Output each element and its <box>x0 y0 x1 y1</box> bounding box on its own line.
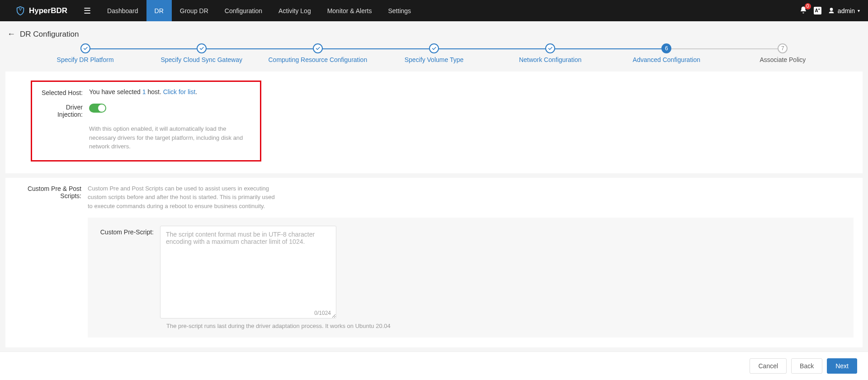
scripts-section-help: Custom Pre and Post Scripts can be used … <box>88 184 278 211</box>
step-circle <box>429 43 439 53</box>
scripts-header-row: Custom Pre & Post Scripts: Custom Pre an… <box>14 184 854 211</box>
selected-host-value: You have selected 1 host. Click for list… <box>89 88 253 95</box>
notifications-button[interactable]: 0 <box>799 6 807 15</box>
wizard-stepper: Specify DR PlatformSpecify Cloud Sync Ga… <box>0 43 868 71</box>
pre-script-help: The pre-script runs last during the driv… <box>166 323 844 329</box>
driver-injection-row: Driver Injection: With this option enabl… <box>39 104 253 151</box>
step-label: Specify Volume Type <box>376 56 492 63</box>
driver-injection-help: With this option enabled, it will automa… <box>89 124 253 151</box>
notification-badge: 0 <box>805 3 811 10</box>
selected-host-row: Selected Host: You have selected 1 host.… <box>39 88 253 96</box>
shield-icon <box>15 6 25 16</box>
language-toggle[interactable]: A+ <box>814 7 821 14</box>
nav-item-configuration[interactable]: Configuration <box>217 0 270 21</box>
chevron-down-icon: ▾ <box>858 8 860 13</box>
selected-host-label: Selected Host: <box>39 88 89 96</box>
step-4[interactable]: Specify Volume Type <box>376 43 492 63</box>
step-circle <box>313 43 323 53</box>
driver-injection-label: Driver Injection: <box>39 104 89 118</box>
nav-item-group-dr[interactable]: Group DR <box>172 0 217 21</box>
menu-toggle-icon[interactable]: ☰ <box>75 6 99 16</box>
driver-injection-toggle[interactable] <box>89 104 106 113</box>
step-2[interactable]: Specify Cloud Sync Gateway <box>143 43 259 63</box>
scripts-card: Custom Pre & Post Scripts: Custom Pre an… <box>5 178 863 348</box>
content-area: Selected Host: You have selected 1 host.… <box>0 71 868 380</box>
step-circle: 7 <box>778 43 788 53</box>
pre-script-row: Custom Pre-Script: 0/1024 <box>97 226 844 320</box>
page-header: ← DR Configuration <box>0 21 868 45</box>
step-6[interactable]: 6Advanced Configuration <box>609 43 725 63</box>
svg-point-0 <box>19 8 20 9</box>
pre-script-label: Custom Pre-Script: <box>97 226 160 236</box>
next-button[interactable]: Next <box>827 358 857 374</box>
svg-point-2 <box>20 9 21 10</box>
nav-item-settings[interactable]: Settings <box>380 0 420 21</box>
host-driver-card: Selected Host: You have selected 1 host.… <box>5 71 863 173</box>
highlight-box: Selected Host: You have selected 1 host.… <box>31 81 261 162</box>
svg-point-1 <box>21 8 22 9</box>
pre-script-section: Custom Pre-Script: 0/1024 The pre-script… <box>88 218 854 337</box>
nav-right: 0 A+ admin ▾ <box>799 6 868 15</box>
back-button[interactable]: Back <box>791 358 822 374</box>
step-circle <box>197 43 207 53</box>
nav-item-dashboard[interactable]: Dashboard <box>99 0 146 21</box>
nav-item-dr[interactable]: DR <box>146 0 172 21</box>
step-7: 7Associate Policy <box>725 43 841 63</box>
brand-logo: HyperBDR <box>0 6 75 16</box>
scripts-section-label: Custom Pre & Post Scripts: <box>14 184 88 200</box>
step-label: Network Configuration <box>492 56 609 63</box>
top-nav: HyperBDR ☰ DashboardDRGroup DRConfigurat… <box>0 0 868 21</box>
pre-script-wrap: 0/1024 <box>160 226 336 320</box>
step-label: Advanced Configuration <box>609 56 725 63</box>
pre-script-input[interactable] <box>160 226 336 318</box>
user-menu[interactable]: admin ▾ <box>828 7 860 14</box>
nav-items: DashboardDRGroup DRConfigurationActivity… <box>99 0 419 21</box>
nav-item-monitor-alerts[interactable]: Monitor & Alerts <box>319 0 380 21</box>
step-circle: 6 <box>661 43 671 53</box>
step-3[interactable]: Computing Resource Configuration <box>259 43 376 63</box>
step-1[interactable]: Specify DR Platform <box>27 43 143 63</box>
driver-injection-value: With this option enabled, it will automa… <box>89 104 253 151</box>
cancel-button[interactable]: Cancel <box>750 358 787 374</box>
step-5[interactable]: Network Configuration <box>492 43 609 63</box>
host-count-link[interactable]: 1 <box>142 88 146 95</box>
user-icon <box>828 7 835 14</box>
user-name: admin <box>838 7 855 14</box>
wizard-footer: Cancel Back Next <box>0 352 868 380</box>
page-title: DR Configuration <box>20 30 79 39</box>
step-label: Computing Resource Configuration <box>259 56 376 63</box>
step-label: Specify Cloud Sync Gateway <box>143 56 259 63</box>
step-label: Associate Policy <box>725 56 841 63</box>
step-circle <box>80 43 90 53</box>
step-circle <box>545 43 555 53</box>
back-arrow-icon[interactable]: ← <box>7 29 15 39</box>
step-label: Specify DR Platform <box>27 56 143 63</box>
nav-item-activity-log[interactable]: Activity Log <box>270 0 319 21</box>
click-for-list-link[interactable]: Click for list <box>163 88 196 95</box>
brand-name: HyperBDR <box>29 6 67 15</box>
